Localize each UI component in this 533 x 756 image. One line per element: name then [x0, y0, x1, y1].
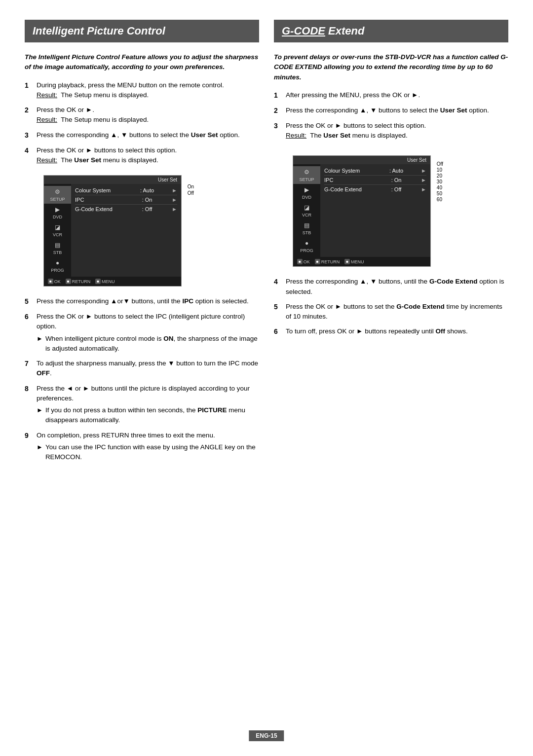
- left-step-8: 8 Press the ◄ or ► buttons until the pic…: [25, 384, 259, 426]
- left-step-6: 6 Press the OK or ► buttons to select th…: [25, 312, 259, 354]
- right-gcode-label: G-Code Extend: [324, 186, 374, 192]
- right-footer-menu-label: MENU: [351, 259, 364, 264]
- right-step3-result: Result: The User Set menu is displayed.: [286, 131, 508, 141]
- step-num-7: 7: [25, 359, 34, 369]
- right-ipc-label: IPC: [324, 177, 374, 183]
- right-section-header: G-CODE Extend: [274, 20, 508, 42]
- right-step-num-1: 1: [274, 90, 283, 101]
- sidebar-vcr-label: VCR: [53, 232, 62, 237]
- colour-system-label: Colour System: [75, 187, 124, 193]
- colour-system-arrow: ►: [172, 187, 177, 193]
- footer-menu: ■ MENU: [95, 279, 114, 284]
- sidebar-prog: ● PROG: [44, 257, 71, 275]
- ipc-label: IPC: [75, 197, 124, 203]
- left-menu-wrapper: User Set ⚙ SETUP ▶ DVD: [34, 170, 182, 291]
- right-step-num-2: 2: [274, 106, 283, 116]
- right-footer-ok: ■ OK: [297, 259, 310, 264]
- right-dvd-icon: ▶: [303, 186, 311, 194]
- side-label-off: Off: [188, 190, 194, 196]
- right-step-num-6: 6: [274, 326, 283, 337]
- right-sidebar-prog-label: PROG: [300, 248, 313, 253]
- left-step-3: 3 Press the corresponding ▲, ▼ buttons t…: [25, 130, 259, 141]
- sidebar-stb-label: STB: [53, 250, 62, 255]
- left-menu-main: Colour System : Auto ► IPC : On ► G-Code…: [71, 184, 181, 277]
- right-menu-row-coloursystem: Colour System : Auto ►: [324, 166, 426, 176]
- right-sidebar-dvd: ▶ DVD: [293, 184, 320, 202]
- left-steps-list-2: 5 Press the corresponding ▲or▼ buttons, …: [25, 296, 259, 462]
- step-content-1: During playback, press the MENU button o…: [37, 80, 259, 101]
- step6-sub: ► When intelligent picture control mode …: [37, 334, 259, 354]
- page-number: ENG-15: [256, 732, 277, 739]
- side-num-30: 30: [437, 179, 443, 184]
- right-setup-icon: ⚙: [303, 168, 311, 176]
- right-sidebar-vcr: ◪ VCR: [293, 202, 320, 219]
- stb-icon: ▤: [54, 241, 62, 249]
- right-step-6: 6 To turn off, press OK or ► buttons rep…: [274, 326, 508, 337]
- right-step-num-4: 4: [274, 277, 283, 287]
- right-ok-icon: ■: [297, 259, 303, 264]
- footer-return-label: RETURN: [72, 279, 91, 284]
- colour-system-value: : Auto: [140, 187, 154, 193]
- left-step-7: 7 To adjust the sharpness manually, pres…: [25, 359, 259, 379]
- right-step-num-3: 3: [274, 121, 283, 131]
- right-ipc-arrow: ►: [421, 177, 426, 183]
- vcr-icon: ◪: [54, 223, 62, 231]
- right-steps-list: 1 After pressing the MENU, press the OK …: [274, 90, 508, 141]
- left-intro: The Intelligent Picture Control Feature …: [25, 52, 259, 72]
- right-step-2: 2 Press the corresponding ▲, ▼ buttons t…: [274, 106, 508, 116]
- step-content-8: Press the ◄ or ► buttons until the pictu…: [37, 384, 259, 426]
- right-step-num-5: 5: [274, 302, 283, 312]
- left-steps-list: 1 During playback, press the MENU button…: [25, 80, 259, 166]
- arrow-sym-3: ►: [37, 442, 43, 463]
- step-content-2: Press the OK or ►. Result: The Setup men…: [37, 105, 259, 125]
- right-menu-main: Colour System : Auto ► IPC : On ► G-Code…: [320, 164, 430, 257]
- right-step-content-1: After pressing the MENU, press the OK or…: [286, 90, 508, 100]
- left-menu-side-labels: On Off: [188, 184, 194, 196]
- left-step-4: 4 Press the OK or ► buttons to select th…: [25, 145, 259, 166]
- dvd-icon: ▶: [54, 206, 62, 214]
- left-menu-body: ⚙ SETUP ▶ DVD ◪ VCR: [44, 184, 181, 277]
- right-stb-icon: ▤: [303, 221, 311, 229]
- side-num-40: 40: [437, 185, 443, 190]
- left-menu-footer: ■ OK ■ RETURN ■ MENU: [44, 277, 181, 286]
- right-step-content-6: To turn off, press OK or ► buttons repea…: [286, 326, 508, 336]
- right-gcode-value: : Off: [391, 186, 402, 192]
- sidebar-prog-label: PROG: [51, 268, 64, 273]
- right-colour-label: Colour System: [324, 168, 374, 174]
- step-num-4: 4: [25, 145, 34, 156]
- right-colour-arrow: ►: [421, 168, 426, 174]
- sidebar-dvd-label: DVD: [53, 215, 62, 219]
- step-num-1: 1: [25, 80, 34, 91]
- right-steps-list-2: 4 Press the corresponding ▲, ▼ buttons, …: [274, 277, 508, 337]
- right-menu-title: User Set: [293, 156, 430, 164]
- gcode-arrow: ►: [172, 206, 177, 212]
- side-num-10: 10: [437, 167, 443, 173]
- right-sidebar-vcr-label: VCR: [302, 213, 311, 217]
- right-vcr-icon: ◪: [303, 204, 311, 212]
- right-colour-value: : Auto: [389, 168, 403, 174]
- gcode-title-rest: Extend: [325, 25, 364, 37]
- step-num-5: 5: [25, 296, 34, 307]
- gcode-title-italic: G-CODE: [282, 25, 325, 37]
- right-step-4: 4 Press the corresponding ▲, ▼ buttons, …: [274, 277, 508, 297]
- menu-row-gcodeextend: G-Code Extend : Off ►: [75, 205, 177, 214]
- right-menu-row-ipc: IPC : On ►: [324, 176, 426, 185]
- right-sidebar-stb-label: STB: [303, 230, 311, 235]
- step6-sub-text: When intelligent picture control mode is…: [45, 334, 259, 354]
- step2-result: Result: The Setup menu is displayed.: [37, 115, 259, 125]
- footer-ok: ■ OK: [48, 279, 61, 284]
- right-footer-return-label: RETURN: [321, 259, 340, 264]
- step-num-3: 3: [25, 130, 34, 141]
- side-num-off: Off: [437, 161, 443, 167]
- right-column: G-CODE Extend To prevent delays or over-…: [274, 20, 508, 467]
- right-step-content-2: Press the corresponding ▲, ▼ buttons to …: [286, 106, 508, 115]
- right-footer-return: ■ RETURN: [315, 259, 340, 264]
- step8-sub: ► If you do not press a button within te…: [37, 405, 259, 426]
- right-step-3: 3 Press the OK or ► buttons to select th…: [274, 121, 508, 141]
- step-content-6: Press the OK or ► buttons to select the …: [37, 312, 259, 354]
- step-content-9: On completion, press RETURN three times …: [37, 431, 259, 463]
- sidebar-setup: ⚙ SETUP: [44, 186, 71, 204]
- right-sidebar-dvd-label: DVD: [302, 195, 311, 200]
- prog-icon: ●: [54, 259, 62, 267]
- menu-icon: ■: [95, 279, 101, 284]
